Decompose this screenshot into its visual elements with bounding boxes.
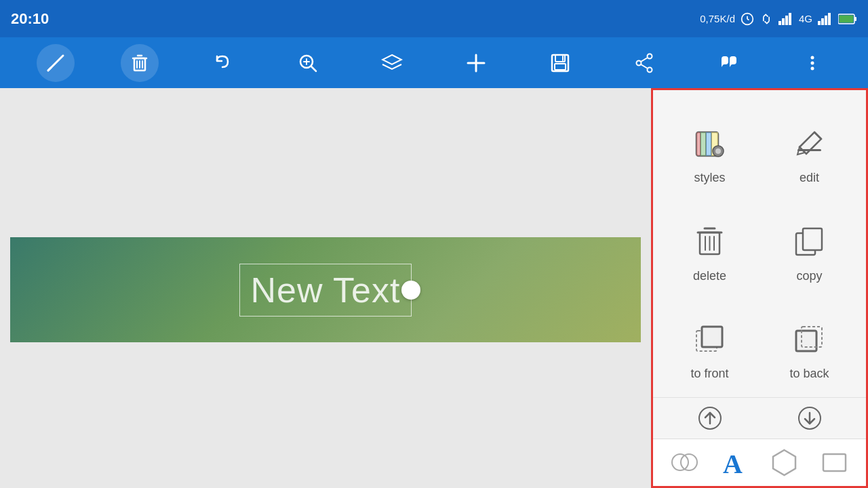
signal-icon	[778, 13, 793, 25]
move-up-button[interactable]	[660, 398, 760, 439]
rectangle-tool-button[interactable]	[816, 444, 853, 481]
svg-rect-72	[823, 454, 846, 471]
svg-line-36	[641, 58, 648, 62]
move-down-button[interactable]	[760, 398, 859, 439]
svg-point-35	[648, 67, 652, 72]
text-element[interactable]: New Text	[239, 264, 412, 317]
edit-panel-button[interactable]: edit	[760, 97, 859, 195]
main-area: New Text	[0, 88, 868, 488]
svg-marker-26	[382, 55, 401, 64]
shape-tool-button[interactable]	[766, 444, 803, 481]
svg-point-34	[637, 60, 642, 65]
layers-button[interactable]	[373, 44, 411, 82]
svg-point-38	[811, 56, 814, 59]
svg-point-40	[811, 66, 814, 70]
svg-rect-10	[828, 13, 831, 25]
svg-point-39	[811, 61, 814, 64]
svg-rect-46	[701, 132, 706, 156]
svg-line-2	[747, 19, 749, 20]
svg-rect-12	[854, 17, 856, 21]
svg-rect-3	[778, 21, 781, 25]
add-button[interactable]	[457, 44, 495, 82]
signal-icon-2	[818, 13, 833, 25]
right-panel: styles edit	[651, 88, 868, 488]
text-element-content: New Text	[251, 270, 401, 310]
copy-panel-icon	[789, 222, 830, 262]
svg-point-33	[648, 54, 652, 58]
svg-rect-61	[702, 327, 722, 347]
to-front-icon	[690, 319, 730, 360]
svg-rect-47	[706, 132, 711, 156]
svg-rect-5	[785, 16, 788, 25]
save-button[interactable]	[541, 44, 579, 82]
zoom-button[interactable]	[289, 44, 327, 82]
to-front-button[interactable]: to front	[660, 293, 760, 390]
status-bar: 20:10 0,75K/d 4G	[0, 0, 868, 37]
copy-label: copy	[796, 269, 822, 283]
network-speed: 0,75K/d	[700, 13, 735, 24]
svg-rect-59	[803, 228, 822, 250]
edit-label: edit	[800, 171, 819, 185]
svg-rect-13	[840, 15, 854, 22]
svg-rect-7	[818, 21, 821, 25]
svg-rect-62	[796, 331, 816, 351]
svg-marker-71	[773, 450, 795, 475]
more-button[interactable]	[793, 44, 831, 82]
to-front-label: to front	[690, 367, 728, 381]
resize-handle[interactable]	[401, 281, 420, 300]
svg-line-23	[311, 66, 316, 71]
svg-rect-4	[782, 18, 785, 25]
edit-panel-icon	[789, 123, 830, 164]
clock-icon	[741, 12, 754, 26]
time-display: 20:10	[11, 10, 49, 28]
styles-label: styles	[694, 171, 725, 185]
panel-arrows-row	[653, 397, 866, 439]
svg-line-37	[641, 64, 648, 68]
sync-icon	[760, 12, 773, 26]
text-tool-button[interactable]: A	[716, 444, 753, 481]
styles-button[interactable]: styles	[660, 97, 760, 195]
delete-panel-button[interactable]: delete	[660, 195, 760, 292]
to-back-label: to back	[789, 367, 829, 381]
undo-button[interactable]	[205, 44, 243, 82]
blend-tool-button[interactable]	[666, 444, 703, 481]
status-icons: 0,75K/d 4G	[700, 12, 857, 26]
svg-rect-8	[821, 18, 824, 25]
svg-rect-6	[789, 13, 791, 25]
copy-panel-button[interactable]: copy	[760, 195, 859, 292]
svg-line-15	[48, 68, 51, 70]
battery-icon	[838, 14, 857, 24]
lte-badge: 4G	[799, 13, 812, 24]
edit-pencil-button[interactable]	[37, 44, 75, 82]
svg-rect-31	[555, 64, 566, 70]
panel-items-grid: styles edit	[653, 90, 866, 397]
delete-label: delete	[693, 269, 726, 283]
styles-icon	[690, 123, 730, 164]
svg-point-50	[715, 148, 721, 154]
bottom-tool-bar: A	[653, 439, 866, 486]
quote-button[interactable]	[709, 44, 747, 82]
main-toolbar	[0, 37, 868, 88]
delete-button[interactable]	[121, 44, 159, 82]
delete-panel-icon	[690, 222, 730, 262]
share-button[interactable]	[625, 44, 663, 82]
svg-text:A: A	[723, 449, 743, 478]
banner-element[interactable]: New Text	[10, 237, 641, 342]
svg-rect-9	[825, 16, 827, 25]
svg-rect-45	[696, 132, 701, 156]
canvas-area[interactable]: New Text	[0, 88, 651, 488]
to-back-button[interactable]: to back	[760, 293, 859, 390]
to-back-icon	[789, 319, 830, 360]
